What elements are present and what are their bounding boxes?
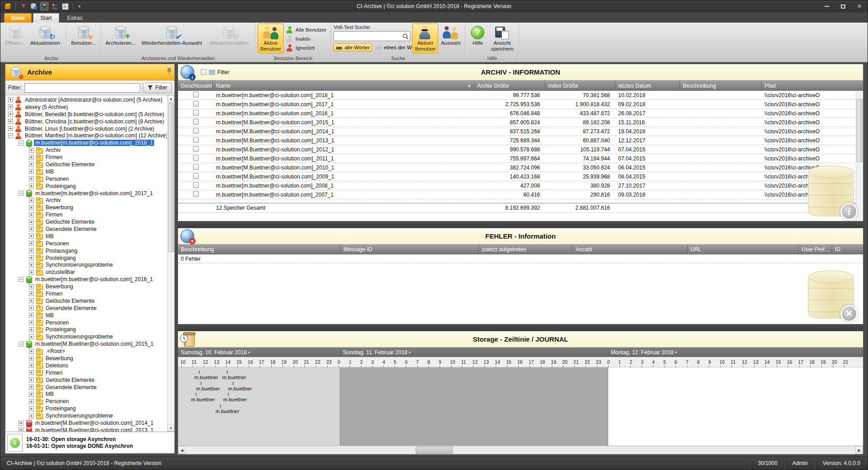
tree-expander[interactable] (29, 248, 34, 253)
benutzer-button[interactable]: Benutzer... (69, 24, 99, 53)
day-header-saturday[interactable]: Samstag, 10. Februar 2018 (178, 348, 340, 357)
row-checkbox[interactable] (193, 173, 199, 179)
tree-expander[interactable] (29, 414, 34, 418)
toolbar-dropdown-icon[interactable]: ▼ (77, 5, 81, 9)
tree-expander[interactable] (19, 342, 23, 347)
table-row[interactable]: m.buettner[M.Buettner@ci-solution.com]_2… (178, 145, 863, 154)
scroll-right-icon[interactable]: ▶ (855, 446, 863, 454)
tree-expander[interactable] (29, 313, 34, 318)
column-header-name[interactable]: Name (213, 80, 474, 91)
tree-item[interactable]: Synchronisierungsprobleme (5, 333, 167, 340)
tree-expander[interactable] (29, 334, 34, 339)
tree-expander[interactable] (29, 392, 34, 397)
column-header[interactable]: Geschlossen (178, 80, 213, 91)
tree-item[interactable]: m.buettner[M.Buettner@ci-solution.com]_2… (5, 427, 167, 432)
panel-splitter[interactable] (178, 324, 863, 331)
tree-item[interactable]: Bewerbung (5, 355, 167, 362)
tree-item[interactable]: MB (5, 312, 167, 319)
scrollbar-thumb[interactable] (168, 103, 174, 252)
tree-item[interactable]: Gesendete Elemente (5, 384, 167, 391)
column-header[interactable]: Archiv Größe (474, 80, 545, 91)
tree-item[interactable]: Personen (5, 175, 167, 183)
sort-desc-icon[interactable] (467, 83, 471, 89)
tree-expander[interactable] (8, 133, 13, 138)
tree-expander[interactable] (8, 119, 13, 124)
row-checkbox[interactable] (193, 146, 199, 152)
active-user-icon[interactable] (40, 2, 48, 10)
row-checkbox[interactable] (193, 182, 199, 188)
table-row[interactable]: m.buettner[M.Buettner@ci-solution.com]_2… (178, 127, 863, 136)
row-checkbox[interactable] (193, 191, 199, 197)
filter-icon[interactable] (19, 2, 28, 10)
tree-item[interactable]: alexey (5 Archive) (5, 103, 167, 111)
tree-item[interactable]: Firmen (5, 211, 167, 218)
table-scrollbar[interactable] (856, 91, 863, 221)
table-row[interactable]: m.buettner[M.Buettner@ci-solution.com]_2… (178, 118, 863, 127)
archivieren-button[interactable]: Archivieren... (103, 24, 138, 53)
tree-expander[interactable] (29, 363, 34, 368)
tree-item[interactable]: Bewerbung (5, 283, 167, 290)
alle-woerter-toggle[interactable]: alle Wörter (333, 43, 372, 52)
tab-extras[interactable]: Extras (61, 13, 89, 23)
row-checkbox[interactable] (193, 119, 199, 125)
search-icon[interactable] (402, 33, 409, 42)
tree-expander[interactable] (29, 349, 34, 354)
filter-checkbox[interactable] (201, 69, 206, 75)
tree-expander[interactable] (29, 226, 34, 231)
tree-expander[interactable] (29, 169, 34, 174)
tree-expander[interactable] (29, 255, 34, 260)
tree-item[interactable]: Büttner, Linus [l.buettner@ci-solution.c… (5, 125, 167, 132)
tree-item[interactable]: Gesendete Elemente (5, 226, 167, 233)
hilfe-button[interactable]: Hilfe (468, 24, 488, 53)
tree-item[interactable]: Personen (5, 319, 167, 326)
tree-item[interactable]: m.buettner[m.buettner@ci-solution.com]_2… (5, 276, 167, 283)
column-header[interactable]: URL (688, 244, 799, 254)
tree-item[interactable]: Archiv (5, 197, 167, 204)
tree-expander[interactable] (19, 277, 23, 282)
tree-expander[interactable] (29, 291, 34, 296)
tree-item[interactable]: Synchronisierungsprobleme (5, 261, 167, 268)
table-row[interactable]: m.buettner[M.Buettner@ci-solution.com]_2… (178, 172, 863, 181)
day-header-monday[interactable]: Montag, 12. Februar 2018 (608, 348, 863, 357)
tree-expander[interactable] (19, 421, 23, 426)
tree-item[interactable]: Archiv (5, 146, 167, 154)
tree-expander[interactable] (19, 141, 23, 146)
column-header[interactable]: Beschreibung (178, 244, 341, 254)
wiederherstellen-button[interactable]: Wiederherstellen (206, 24, 253, 53)
journal-entry[interactable]: m.buettner (223, 397, 247, 402)
users-icon[interactable] (51, 2, 59, 10)
tree-item[interactable]: Posteingang (5, 326, 167, 334)
table-row[interactable]: m.buettner[M.Buettner@ci-solution.com]_2… (178, 154, 863, 163)
tree-item[interactable]: Gelöschte Elemente (5, 376, 167, 384)
pin-icon[interactable] (167, 68, 172, 76)
tab-datei[interactable]: Datei (4, 13, 32, 23)
tree-item[interactable]: Posteingang (5, 254, 167, 262)
column-header[interactable]: Anzahl (573, 244, 688, 254)
table-row[interactable]: m.buettner[M.Buettner@ci-solution.com]_2… (178, 163, 863, 172)
tree-expander[interactable] (29, 306, 34, 310)
scrollbar-thumb[interactable] (416, 446, 453, 454)
row-checkbox[interactable] (193, 137, 199, 143)
tree-expander[interactable] (29, 155, 34, 160)
tree-expander[interactable] (29, 148, 34, 153)
tree-item[interactable]: Personen (5, 240, 167, 247)
aktualisieren-button[interactable]: Aktualisieren (26, 24, 65, 53)
tree-item[interactable]: Postausgang (5, 247, 167, 254)
tree-item[interactable]: Firmen (5, 290, 167, 297)
tree-item[interactable]: Bewerbung (5, 204, 167, 211)
tree-item[interactable]: Deletions (5, 362, 167, 369)
tree-item[interactable]: Gelöschte Elemente (5, 297, 167, 305)
auswahl-button[interactable]: Auswahl (438, 24, 463, 53)
tree-item[interactable]: Administrator [Administrator@ci-solution… (5, 96, 167, 103)
column-header[interactable]: Beschreibung (680, 80, 762, 91)
tree-item[interactable]: Posteingang (5, 183, 167, 190)
journal-entry[interactable]: m.buettner (194, 375, 218, 380)
list-view-icon[interactable] (61, 2, 69, 10)
row-checkbox[interactable] (193, 164, 199, 170)
tree-expander[interactable] (29, 183, 34, 188)
ansicht-speichern-button[interactable]: Ansicht speichern (488, 24, 516, 53)
tree-item[interactable]: Firmen (5, 154, 167, 161)
tree-expander[interactable] (8, 97, 13, 102)
tree-expander[interactable] (29, 234, 34, 239)
tree-expander[interactable] (29, 406, 34, 411)
